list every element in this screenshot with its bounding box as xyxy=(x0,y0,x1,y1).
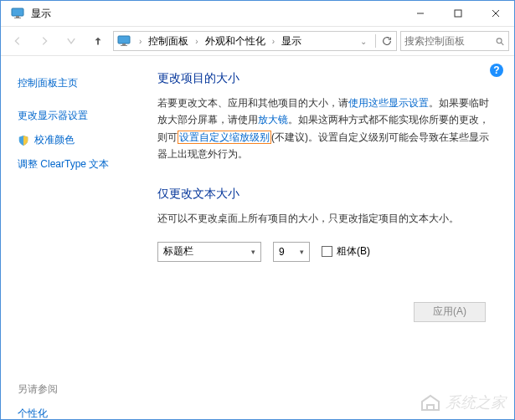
bold-checkbox[interactable] xyxy=(322,246,332,257)
watermark: 系统之家 xyxy=(419,392,506,412)
chevron-right-icon: › xyxy=(269,37,278,46)
svg-rect-9 xyxy=(121,45,127,46)
refresh-icon[interactable] xyxy=(381,35,393,47)
recent-dropdown[interactable] xyxy=(59,29,83,53)
breadcrumb[interactable]: › 控制面板 › 外观和个性化 › 显示 ⌄ xyxy=(113,31,397,51)
apply-button[interactable]: 应用(A) xyxy=(414,302,486,322)
search-field[interactable] xyxy=(404,35,495,47)
chevron-down-icon: ▾ xyxy=(251,248,255,256)
svg-point-10 xyxy=(497,38,502,43)
sidebar-home[interactable]: 控制面板主页 xyxy=(18,71,137,95)
forward-button[interactable] xyxy=(33,29,56,53)
bold-label: 粗体(B) xyxy=(337,244,370,259)
see-also-heading: 另请参阅 xyxy=(18,377,137,402)
back-button[interactable] xyxy=(6,29,29,53)
chevron-right-icon: › xyxy=(192,37,201,46)
link-magnifier[interactable]: 放大镜 xyxy=(258,114,288,125)
sidebar-item-display-settings[interactable]: 更改显示器设置 xyxy=(18,104,137,128)
link-display-settings[interactable]: 使用这些显示设置 xyxy=(348,97,429,109)
minimize-button[interactable] xyxy=(401,1,439,26)
search-icon xyxy=(495,36,505,47)
shield-icon xyxy=(18,135,29,146)
window-title: 显示 xyxy=(31,7,401,21)
sidebar-see-also-personalize[interactable]: 个性化 xyxy=(18,402,137,420)
body-text: 若要更改文本、应用和其他项目的大小，请使用这些显示设置。如果要临时放大部分屏幕，… xyxy=(157,95,494,163)
maximize-button[interactable] xyxy=(439,1,476,26)
svg-rect-8 xyxy=(122,44,126,45)
sidebar-item-calibrate-color[interactable]: 校准颜色 xyxy=(18,128,137,152)
link-custom-scaling[interactable]: 设置自定义缩放级别 xyxy=(178,131,271,144)
close-button[interactable] xyxy=(476,1,514,26)
up-button[interactable] xyxy=(86,29,110,53)
svg-rect-1 xyxy=(16,16,19,18)
section-heading: 仅更改文本大小 xyxy=(157,187,494,202)
breadcrumb-item[interactable]: 显示 xyxy=(280,34,303,49)
search-input[interactable] xyxy=(400,31,509,51)
chevron-down-icon[interactable]: ⌄ xyxy=(357,37,370,46)
chevron-right-icon: › xyxy=(136,37,145,46)
item-select[interactable]: 标题栏 ▾ xyxy=(157,242,261,262)
svg-rect-2 xyxy=(14,18,21,18)
section-heading: 更改项目的大小 xyxy=(157,71,494,86)
chevron-down-icon: ▾ xyxy=(300,248,304,256)
svg-rect-4 xyxy=(455,10,461,17)
sidebar-item-cleartype[interactable]: 调整 ClearType 文本 xyxy=(18,152,137,177)
help-icon[interactable]: ? xyxy=(489,63,504,78)
display-icon xyxy=(117,34,131,48)
size-select[interactable]: 9 ▾ xyxy=(273,242,310,262)
breadcrumb-item[interactable]: 控制面板 xyxy=(147,34,190,49)
svg-text:?: ? xyxy=(493,64,499,76)
body-text: 还可以不更改桌面上所有项目的大小，只更改指定项目的文本大小。 xyxy=(157,210,494,227)
svg-rect-0 xyxy=(12,8,23,16)
breadcrumb-item[interactable]: 外观和个性化 xyxy=(203,34,267,49)
svg-line-11 xyxy=(502,42,504,44)
display-icon xyxy=(11,7,24,20)
svg-rect-7 xyxy=(118,36,130,44)
